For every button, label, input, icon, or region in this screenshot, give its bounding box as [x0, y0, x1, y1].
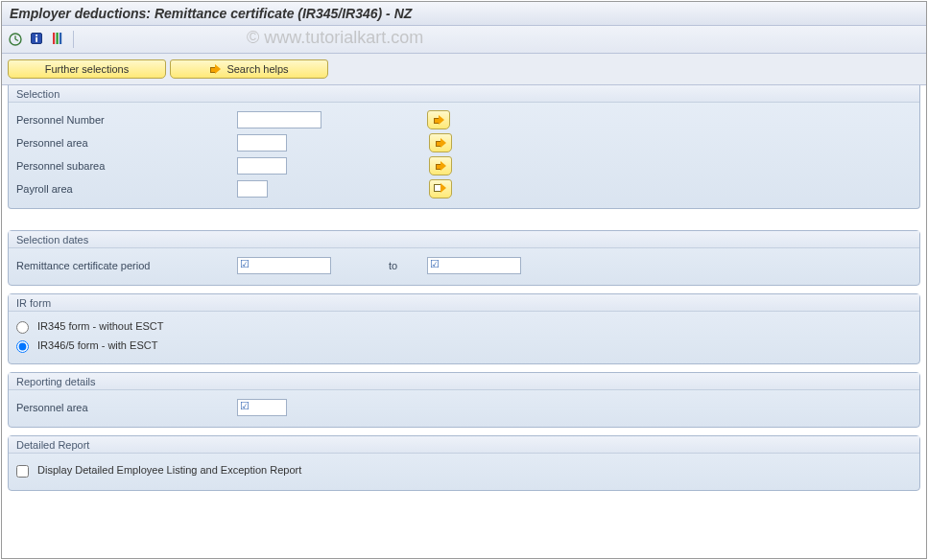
personnel-subarea-input[interactable] — [237, 157, 287, 175]
arrow-right-icon — [433, 115, 444, 125]
personnel-subarea-multiselect-button[interactable] — [429, 156, 452, 175]
search-helps-button[interactable]: Search helps — [170, 59, 328, 79]
group-title: Selection dates — [9, 231, 919, 248]
personnel-area-multiselect-button[interactable] — [429, 133, 452, 152]
app-window: Employer deductions: Remittance certific… — [1, 1, 927, 559]
arrow-right-icon — [209, 64, 221, 74]
ir346-radio[interactable] — [16, 340, 29, 353]
ir346-radio-row[interactable]: IR346/5 form - with ESCT — [16, 338, 157, 355]
personnel-subarea-label: Personnel subarea — [16, 160, 237, 172]
detailed-report-checkbox-label: Display Detailed Employee Listing and Ex… — [37, 464, 301, 476]
ir345-radio-row[interactable]: IR345 form - without ESCT — [16, 319, 164, 336]
app-icon-toolbar: © www.tutorialkart.com — [2, 26, 926, 54]
svg-line-2 — [15, 39, 18, 41]
group-ir-form: IR form IR345 form - without ESCT IR346/… — [8, 293, 920, 364]
button-label: Search helps — [226, 63, 288, 75]
detailed-report-checkbox-row[interactable]: Display Detailed Employee Listing and Ex… — [16, 464, 301, 478]
svg-rect-4 — [36, 35, 37, 36]
button-label: Further selections — [45, 63, 129, 75]
payroll-area-input[interactable] — [237, 180, 268, 198]
group-title: Selection — [9, 85, 919, 103]
svg-rect-6 — [53, 33, 55, 44]
payroll-area-label: Payroll area — [16, 183, 237, 195]
personnel-area-label: Personnel area — [16, 137, 237, 149]
reporting-personnel-area-label: Personnel area — [16, 402, 237, 413]
detailed-report-checkbox[interactable] — [16, 465, 29, 478]
remittance-period-label: Remittance certificate period — [16, 260, 237, 271]
group-title: Reporting details — [9, 373, 919, 390]
execute-icon[interactable] — [8, 32, 23, 47]
watermark-text: © www.tutorialkart.com — [247, 28, 423, 48]
toolbar-separator — [73, 31, 74, 48]
arrow-right-icon — [435, 161, 446, 171]
personnel-number-input[interactable] — [237, 111, 321, 128]
remittance-period-to-input[interactable] — [427, 257, 521, 274]
variant-bars-icon[interactable] — [50, 31, 65, 48]
svg-rect-7 — [57, 33, 59, 44]
reporting-personnel-area-input[interactable] — [237, 399, 287, 416]
to-label: to — [389, 260, 427, 271]
personnel-number-multiselect-button[interactable] — [427, 110, 450, 129]
remittance-period-from-input[interactable] — [237, 257, 331, 274]
page-title-bar: Employer deductions: Remittance certific… — [2, 2, 926, 26]
ir345-radio[interactable] — [16, 321, 29, 334]
group-detailed-report: Detailed Report Display Detailed Employe… — [8, 435, 920, 491]
arrow-right-icon — [435, 138, 446, 148]
selection-toolbar: Further selections Search helps — [2, 54, 926, 85]
svg-rect-8 — [59, 33, 61, 44]
ir346-radio-label: IR346/5 form - with ESCT — [37, 339, 157, 351]
group-selection: Selection Personnel Number Personnel are… — [8, 85, 920, 209]
ir345-radio-label: IR345 form - without ESCT — [37, 320, 163, 332]
further-selections-button[interactable]: Further selections — [8, 59, 166, 79]
svg-rect-5 — [36, 37, 37, 42]
group-title: IR form — [9, 294, 919, 312]
content-area: Further selections Search helps Selectio… — [2, 54, 926, 491]
personnel-area-input[interactable] — [237, 134, 287, 152]
payroll-area-multiselect-button[interactable] — [429, 179, 452, 198]
personnel-number-label: Personnel Number — [16, 114, 237, 126]
info-icon[interactable] — [29, 31, 44, 48]
group-reporting-details: Reporting details Personnel area ☑ — [8, 372, 920, 428]
group-title: Detailed Report — [9, 436, 919, 454]
page-title: Employer deductions: Remittance certific… — [10, 6, 412, 21]
multiselect-icon — [434, 183, 447, 195]
group-selection-dates: Selection dates Remittance certificate p… — [8, 230, 920, 286]
